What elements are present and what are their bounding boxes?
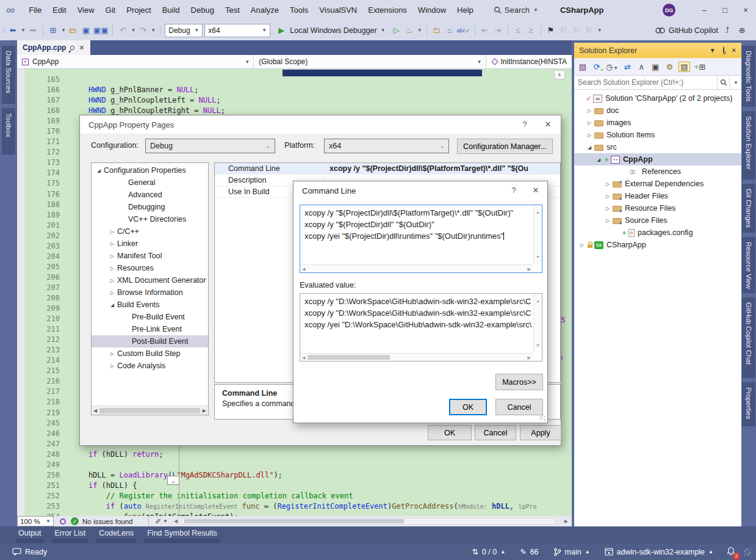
- category-pre-build-event[interactable]: Pre-Build Event: [92, 311, 208, 323]
- refresh-icon[interactable]: ⟳: [592, 62, 602, 71]
- code-health-icon[interactable]: [60, 518, 66, 525]
- help-button[interactable]: ?: [507, 186, 520, 195]
- code-line[interactable]: 249: [17, 460, 572, 470]
- collapse-arrow-icon[interactable]: ◢: [585, 145, 594, 150]
- previous-bookmark-button[interactable]: ⚐: [558, 24, 569, 37]
- side-tab-properties[interactable]: Properties: [742, 382, 755, 426]
- vertical-scrollbar[interactable]: ▲▼: [533, 294, 542, 352]
- issues-status[interactable]: No issues found: [82, 518, 132, 525]
- close-tab-icon[interactable]: ✕: [79, 44, 84, 52]
- solution-explorer-home-button[interactable]: ⌂: [444, 24, 455, 37]
- tree-item-solution-csharpapp-2-of-2-projects[interactable]: ✓∞Solution 'CSharpApp' (2 of 2 projects): [574, 92, 741, 104]
- tree-item-solution-items[interactable]: ▷Solution Items: [574, 129, 741, 141]
- tree-item-csharpapp[interactable]: ▷C#CSharpApp: [574, 239, 741, 251]
- search-icon[interactable]: [717, 76, 729, 89]
- expand-arrow-icon[interactable]: ▷: [603, 218, 612, 224]
- menu-help[interactable]: Help: [452, 4, 479, 16]
- chevron-down-icon[interactable]: ▼: [151, 27, 156, 33]
- git-repository[interactable]: adwin-sdk-win32-example ▲: [597, 548, 721, 556]
- search-input[interactable]: [574, 76, 717, 89]
- property-row-command-line[interactable]: Command Linexcopy /y "$(ProjectDir)dll\$…: [215, 163, 560, 175]
- start-without-debugging-button[interactable]: ▷: [391, 24, 402, 37]
- zoom-dropdown[interactable]: 100 % ▼: [17, 516, 54, 526]
- start-debugging-button[interactable]: ▶ Local Windows Debugger ▼: [272, 24, 389, 37]
- help-button[interactable]: ?: [518, 120, 531, 129]
- scroll-right-arrow[interactable]: ▶: [564, 518, 568, 524]
- pin-icon[interactable]: [70, 45, 76, 51]
- category-custom-build-step[interactable]: ▷Custom Build Step: [92, 347, 208, 360]
- side-tab-data-sources[interactable]: Data Sources: [2, 46, 15, 104]
- tree-item-source-files[interactable]: ▷Source Files: [574, 214, 741, 227]
- spell-check-button[interactable]: abc✓: [457, 24, 470, 37]
- vertical-scrollbar[interactable]: ▲▼: [533, 205, 542, 264]
- tree-arrow-icon[interactable]: ▷: [107, 241, 117, 247]
- category-advanced[interactable]: Advanced: [92, 189, 208, 201]
- close-button[interactable]: ×: [735, 2, 756, 18]
- menu-extensions[interactable]: Extensions: [362, 4, 412, 16]
- code-line[interactable]: 252 // Register the initialisation compl…: [17, 491, 572, 501]
- undo-button[interactable]: ↶: [117, 24, 128, 37]
- tree-arrow-icon[interactable]: ▷: [107, 253, 117, 259]
- avatar[interactable]: DG: [663, 4, 675, 16]
- save-all-button[interactable]: ▣▣: [93, 24, 109, 37]
- apply-button[interactable]: Apply: [520, 425, 561, 440]
- next-bookmark-button[interactable]: ⚐: [571, 24, 582, 37]
- solution-explorer-header[interactable]: Solution Explorer ▼ ✕: [574, 43, 741, 58]
- breakpoint-margin[interactable]: [17, 69, 24, 516]
- code-line[interactable]: 248 if (hDLL) return;: [17, 449, 572, 460]
- minimize-button[interactable]: –: [694, 2, 715, 18]
- command-line-textarea[interactable]: xcopy /y "$(ProjectDir)dll\$(PlatformTar…: [300, 205, 542, 273]
- toggle-bookmark-button[interactable]: ⚑: [545, 24, 556, 37]
- menu-project[interactable]: Project: [121, 4, 156, 16]
- chevron-down-icon[interactable]: ▼: [131, 27, 135, 33]
- collapse-arrow-icon[interactable]: ◢: [594, 157, 603, 162]
- member-dropdown[interactable]: InitInstance(HINSTA: [486, 55, 572, 68]
- configuration-manager-button[interactable]: Configuration Manager...: [457, 139, 553, 154]
- hot-reload-button[interactable]: ♨: [404, 24, 415, 37]
- expand-arrow-icon[interactable]: ▷: [603, 194, 612, 199]
- wrench-icon[interactable]: ⚙: [664, 62, 674, 71]
- menu-tools[interactable]: Tools: [284, 4, 314, 16]
- menu-file[interactable]: File: [23, 4, 47, 16]
- category-manifest-tool[interactable]: ▷Manifest Tool: [92, 250, 208, 262]
- tree-item-doc[interactable]: ▷doc: [574, 104, 741, 117]
- side-tab-solution-explorer[interactable]: Solution Explorer: [742, 111, 755, 180]
- navigation-counter[interactable]: ⇅ 0 / 0 ▲: [464, 547, 513, 556]
- category-c-c[interactable]: ▷C/C++: [92, 225, 208, 238]
- open-file-button[interactable]: 🗁: [68, 24, 79, 37]
- new-project-button[interactable]: ⊞: [48, 24, 59, 37]
- increase-indent-icon[interactable]: ≥: [525, 24, 536, 37]
- search-control[interactable]: Search ▼: [489, 4, 543, 16]
- search-options-dropdown[interactable]: ▼: [729, 76, 741, 89]
- feedback-icon[interactable]: ⊕: [736, 24, 747, 37]
- tree-arrow-icon[interactable]: ▷: [107, 351, 117, 357]
- chevron-down-icon[interactable]: ▼: [21, 27, 26, 33]
- code-line[interactable]: 250 hDLL = LoadLibrary(L"MgAdSDKCSharpDL…: [17, 470, 572, 481]
- decrease-indent-icon[interactable]: ≤: [513, 24, 524, 37]
- platform-dropdown[interactable]: x64⌄: [324, 139, 449, 153]
- solution-platform-dropdown[interactable]: x64▼: [204, 24, 270, 37]
- github-copilot-button[interactable]: GitHub Copilot ⤴ ⊕: [655, 24, 747, 37]
- close-icon[interactable]: ✕: [732, 47, 736, 54]
- bottom-tab-output[interactable]: Output: [16, 526, 44, 543]
- side-tab-git-changes[interactable]: Git Changes: [742, 184, 755, 233]
- scrollbar-thumb[interactable]: [184, 519, 404, 523]
- configuration-dropdown[interactable]: Debug⌄: [145, 139, 275, 153]
- tree-arrow-icon[interactable]: ▷: [107, 266, 117, 271]
- resize-grip[interactable]: [744, 548, 751, 556]
- tab-cppapp-cpp[interactable]: CppApp.cpp ✕: [17, 40, 90, 55]
- scroll-up-button[interactable]: ∧: [554, 70, 565, 79]
- clear-bookmarks-button[interactable]: ⚐: [584, 24, 595, 37]
- category-build-events[interactable]: ◢Build Events: [92, 299, 208, 311]
- macros-button[interactable]: Macros>>: [495, 374, 543, 390]
- code-line[interactable]: 251 if (hDLL) {: [17, 481, 572, 491]
- expand-arrow-icon[interactable]: ▷: [585, 108, 594, 114]
- horizontal-scrollbar[interactable]: ◀▶: [300, 264, 533, 272]
- dialog-title-bar[interactable]: Command Line ? ✕: [293, 181, 547, 200]
- tree-arrow-icon[interactable]: ▷: [107, 278, 117, 283]
- project-dropdown[interactable]: + CppApp ▼: [17, 55, 254, 68]
- category-vc-directories[interactable]: VC++ Directories: [92, 213, 208, 225]
- scroll-left-arrow[interactable]: ◀: [174, 518, 178, 524]
- redo-button[interactable]: ↷: [137, 24, 148, 37]
- maximize-button[interactable]: □: [715, 2, 735, 18]
